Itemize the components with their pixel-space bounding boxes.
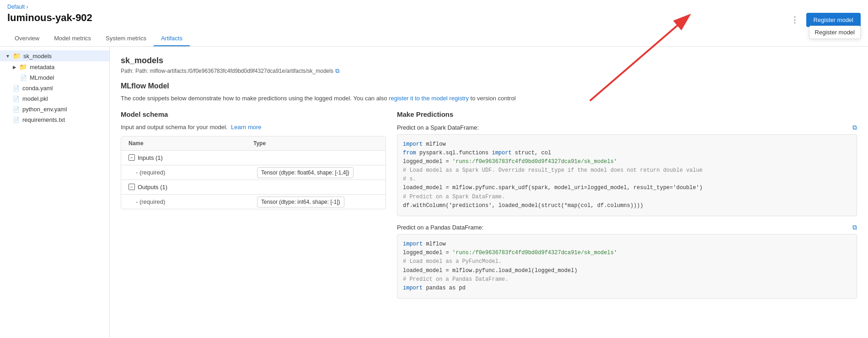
spark-code-line: # s. bbox=[403, 175, 851, 184]
pandas-code-block: import mlflow logged_model = 'runs:/f0e9… bbox=[397, 234, 857, 299]
tab-artifacts[interactable]: Artifacts bbox=[154, 31, 190, 46]
spark-code-line: from pyspark.sql.functions import struct… bbox=[403, 149, 851, 158]
inputs-group-header[interactable]: − Inputs (1) bbox=[121, 151, 386, 165]
breadcrumb: Default › bbox=[7, 4, 861, 10]
breadcrumb-separator: › bbox=[26, 4, 28, 10]
artifact-path-link[interactable]: Path: mlflow-artifacts:/0/f0e9636783fc4f… bbox=[135, 68, 333, 74]
tab-system-metrics[interactable]: System metrics bbox=[98, 31, 154, 46]
sidebar-item-python-env-yaml[interactable]: 📄 python_env.yaml bbox=[0, 104, 109, 114]
artifact-path: Path: Path: mlflow-artifacts:/0/f0e96367… bbox=[121, 67, 857, 75]
inputs-label: Inputs (1) bbox=[138, 154, 163, 161]
header-actions: ⋮ Register model bbox=[787, 13, 861, 27]
folder-icon: 📁 bbox=[19, 63, 27, 71]
chevron-right-icon: ▶ bbox=[13, 65, 16, 70]
folder-icon: 📁 bbox=[13, 52, 21, 60]
artifact-content: sk_models Path: Path: mlflow-artifacts:/… bbox=[110, 47, 868, 338]
sidebar-item-label: requirements.txt bbox=[22, 116, 65, 123]
desc-suffix: to version control bbox=[469, 95, 516, 102]
pandas-code-line: loaded_model = mlflow.pyfunc.load_model(… bbox=[403, 267, 851, 275]
sidebar: ▼ 📁 sk_models ▶ 📁 metadata 📄 MLmodel 📄 c… bbox=[0, 47, 110, 338]
copy-spark-code-icon[interactable]: ⧉ bbox=[852, 124, 857, 131]
tab-model-metrics[interactable]: Model metrics bbox=[47, 31, 98, 46]
artifact-path-label: Path: bbox=[121, 68, 134, 74]
sidebar-item-requirements-txt[interactable]: 📄 requirements.txt bbox=[0, 114, 109, 125]
sidebar-item-label: conda.yaml bbox=[22, 85, 53, 92]
spark-label: Predict on a Spark DataFrame: ⧉ bbox=[397, 124, 857, 131]
copy-path-icon[interactable]: ⧉ bbox=[335, 67, 339, 75]
register-model-popup[interactable]: Register model bbox=[809, 26, 861, 39]
sidebar-item-label: model.pkl bbox=[22, 95, 48, 102]
input-row-type: Tensor (dtype: float64, shape: [-1,4]) bbox=[257, 169, 378, 176]
output-row-name: - (required) bbox=[136, 198, 257, 205]
outputs-group: − Outputs (1) - (required) Tensor (dtype… bbox=[121, 180, 386, 209]
spark-code-block: import mlflow from pyspark.sql.functions… bbox=[397, 134, 857, 217]
mlflow-model-title: MLflow Model bbox=[121, 82, 857, 90]
spark-code-line: df.withColumn('predictions', loaded_mode… bbox=[403, 202, 851, 210]
spark-code-line: logged_model = 'runs:/f0e9636783fc4fd9bd… bbox=[403, 158, 851, 166]
sidebar-item-model-pkl[interactable]: 📄 model.pkl bbox=[0, 93, 109, 104]
tabs: Overview Model metrics System metrics Ar… bbox=[7, 31, 861, 46]
output-row-0: - (required) Tensor (dtype: int64, shape… bbox=[121, 194, 386, 209]
page-title: luminous-yak-902 bbox=[7, 12, 92, 27]
pandas-code-line: # Predict on a Pandas DataFrame. bbox=[403, 275, 851, 284]
output-tensor-type-badge: Tensor (dtype: int64, shape: [-1]) bbox=[257, 196, 344, 207]
tensor-type-badge: Tensor (dtype: float64, shape: [-1,4]) bbox=[257, 167, 354, 178]
spark-code-line: loaded_model = mlflow.pyfunc.spark_udf(s… bbox=[403, 184, 851, 192]
sidebar-item-label: metadata bbox=[30, 64, 54, 71]
pandas-label: Predict on a Pandas DataFrame: ⧉ bbox=[397, 224, 857, 231]
collapse-outputs-icon[interactable]: − bbox=[129, 184, 135, 190]
sidebar-item-sk_models[interactable]: ▼ 📁 sk_models bbox=[0, 50, 109, 61]
two-column-layout: Model schema Input and output schema for… bbox=[121, 110, 857, 306]
inputs-group: − Inputs (1) - (required) Tensor (dtype:… bbox=[121, 151, 386, 180]
file-icon: 📄 bbox=[13, 106, 20, 113]
copy-pandas-code-icon[interactable]: ⧉ bbox=[852, 224, 857, 231]
main-content: ▼ 📁 sk_models ▶ 📁 metadata 📄 MLmodel 📄 c… bbox=[0, 47, 868, 338]
col-type-header: Type bbox=[253, 140, 378, 147]
sidebar-item-conda-yaml[interactable]: 📄 conda.yaml bbox=[0, 83, 109, 93]
chevron-down-icon: ▼ bbox=[5, 54, 10, 59]
sidebar-item-mlmodel[interactable]: 📄 MLmodel bbox=[0, 72, 109, 83]
mlflow-model-desc: The code snippets below demonstrate how … bbox=[121, 94, 857, 103]
make-predictions-title: Make Predictions bbox=[397, 110, 857, 118]
schema-desc: Input and output schema for your model. bbox=[121, 124, 227, 131]
pandas-section: Predict on a Pandas DataFrame: ⧉ import … bbox=[397, 224, 857, 299]
collapse-inputs-icon[interactable]: − bbox=[129, 154, 135, 161]
file-icon: 📄 bbox=[13, 85, 20, 92]
artifact-name: sk_models bbox=[121, 56, 857, 65]
schema-header: Name Type bbox=[121, 136, 386, 151]
more-options-button[interactable]: ⋮ bbox=[787, 13, 803, 27]
learn-more-link[interactable]: Learn more bbox=[231, 124, 261, 131]
desc-prefix: The code snippets below demonstrate how … bbox=[121, 95, 389, 102]
model-schema-section: Model schema Input and output schema for… bbox=[121, 110, 386, 306]
outputs-group-header[interactable]: − Outputs (1) bbox=[121, 180, 386, 194]
output-row-type: Tensor (dtype: int64, shape: [-1]) bbox=[257, 198, 378, 205]
input-row-name: - (required) bbox=[136, 169, 257, 176]
pandas-code-line: import pandas as pd bbox=[403, 284, 851, 293]
input-row-0: - (required) Tensor (dtype: float64, sha… bbox=[121, 165, 386, 180]
pandas-code-line: import mlflow bbox=[403, 240, 851, 249]
schema-table: Name Type − Inputs (1) - (required) Tens… bbox=[121, 136, 386, 209]
col-name-header: Name bbox=[129, 140, 253, 147]
pandas-code-line: # Load model as a PyFuncModel. bbox=[403, 257, 851, 266]
file-icon: 📄 bbox=[13, 96, 20, 102]
make-predictions-section: Make Predictions Predict on a Spark Data… bbox=[397, 110, 857, 306]
file-icon: 📄 bbox=[20, 75, 27, 81]
sidebar-item-label: sk_models bbox=[23, 53, 52, 60]
tab-overview[interactable]: Overview bbox=[7, 31, 47, 46]
sidebar-item-label: MLmodel bbox=[30, 74, 54, 81]
sidebar-item-metadata[interactable]: ▶ 📁 metadata bbox=[0, 61, 109, 72]
spark-code-line: # Load model as a Spark UDF. Override re… bbox=[403, 166, 851, 175]
breadcrumb-default-link[interactable]: Default bbox=[7, 4, 25, 10]
model-schema-title: Model schema bbox=[121, 110, 386, 118]
spark-section: Predict on a Spark DataFrame: ⧉ import m… bbox=[397, 124, 857, 217]
spark-code-line: # Predict on a Spark DataFrame. bbox=[403, 193, 851, 202]
pandas-code-line: logged_model = 'runs:/f0e9636783fc4fd9bd… bbox=[403, 249, 851, 257]
registry-link[interactable]: register it to the model registry bbox=[389, 95, 469, 102]
sidebar-item-label: python_env.yaml bbox=[22, 106, 67, 113]
spark-code-line: import mlflow bbox=[403, 140, 851, 149]
file-icon: 📄 bbox=[13, 117, 20, 123]
register-model-button[interactable]: Register model bbox=[806, 13, 861, 27]
outputs-label: Outputs (1) bbox=[138, 184, 167, 191]
